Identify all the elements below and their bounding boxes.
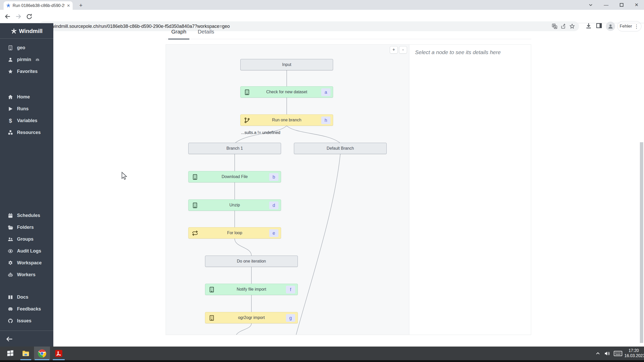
flow-panel: + - Input Check for new dataset a Run on… xyxy=(166,44,531,335)
tab-title: Run 0186eb38-c86b-d590-290e- xyxy=(13,3,65,8)
sidebar-item-docs[interactable]: Docs xyxy=(0,291,53,303)
new-tab-button[interactable]: + xyxy=(77,2,84,9)
window-maximize-button[interactable] xyxy=(614,0,629,10)
windmill-sidebar: Windmill geo pirmin Favorites xyxy=(0,23,53,347)
file-explorer-taskbar-icon[interactable] xyxy=(20,347,32,360)
sidebar-divider xyxy=(0,331,53,331)
sidebar-item-favorites[interactable]: Favorites xyxy=(0,65,53,77)
node-label: Download File xyxy=(222,174,248,179)
building-icon xyxy=(192,174,198,180)
details-placeholder-text: Select a node to see its details here xyxy=(415,49,501,55)
share-icon[interactable] xyxy=(561,23,566,29)
sidebar-item-label: Favorites xyxy=(17,69,38,74)
profile-avatar[interactable] xyxy=(606,22,615,31)
tab-details[interactable]: Details xyxy=(193,29,219,39)
sidebar-item-user-pirmin[interactable]: pirmin xyxy=(0,54,53,65)
tab-graph[interactable]: Graph xyxy=(167,29,191,39)
flow-graph-canvas[interactable]: + - Input Check for new dataset a Run on… xyxy=(166,45,409,335)
dollar-icon: $ xyxy=(8,118,13,123)
sidebar-item-runs[interactable]: Runs xyxy=(0,103,53,115)
screen-bottom-edge xyxy=(0,360,644,362)
node-badge: e xyxy=(269,229,278,237)
superadmin-crown-icon xyxy=(36,58,39,62)
profile-name: Fehler xyxy=(620,24,632,29)
flow-node-default-branch[interactable]: Default Branch xyxy=(294,143,387,154)
screen: { "colors": { "sidebar_bg": "#363e4a", "… xyxy=(0,0,644,362)
play-icon xyxy=(8,106,13,112)
sidebar-divider xyxy=(0,38,53,39)
bookmark-star-icon[interactable] xyxy=(569,23,575,29)
node-label: Notify file import xyxy=(237,287,266,292)
browser-toolbar: windmill.sourcepole.ch/run/0186eb38-c86b… xyxy=(0,10,644,23)
windmill-brand[interactable]: Windmill xyxy=(0,28,53,35)
browser-menu-icon[interactable]: ⋮ xyxy=(634,23,639,29)
flow-node-notify-file-import[interactable]: Notify file import f xyxy=(205,284,298,295)
sidebar-item-label: geo xyxy=(17,45,25,50)
sidebar-item-resources[interactable]: Resources xyxy=(0,127,53,138)
sidebar-item-label: Audit Logs xyxy=(17,248,41,254)
flow-node-download-file[interactable]: Download File b xyxy=(188,171,281,182)
flow-node-ogr2ogr-import[interactable]: ogr2ogr import g xyxy=(205,312,298,323)
robot-icon xyxy=(8,272,13,277)
page-scrollbar[interactable] xyxy=(640,142,643,343)
boxes-icon xyxy=(8,130,13,135)
collapse-sidebar-arrow[interactable] xyxy=(6,335,14,343)
forward-button[interactable] xyxy=(14,13,22,20)
flow-node-for-loop[interactable]: For loop e xyxy=(188,227,281,239)
zoom-in-button[interactable]: + xyxy=(390,46,398,54)
flow-node-run-one-branch[interactable]: Run one branch h xyxy=(240,114,333,126)
tab-list-chevron-icon[interactable] xyxy=(583,0,598,10)
downloads-icon[interactable] xyxy=(585,22,592,30)
node-label: For loop xyxy=(227,231,242,235)
sidebar-item-label: pirmin xyxy=(17,57,31,62)
sidebar-item-label: Schedules xyxy=(17,213,40,218)
flow-node-branch-1[interactable]: Branch 1 xyxy=(188,143,281,154)
acrobat-taskbar-icon[interactable] xyxy=(52,347,65,360)
tray-hidden-icons-chevron[interactable] xyxy=(594,347,602,360)
node-label: Check for new dataset xyxy=(266,90,307,94)
touch-keyboard-icon[interactable] xyxy=(613,347,623,360)
back-button[interactable] xyxy=(4,13,12,20)
volume-icon[interactable] xyxy=(603,347,612,360)
start-button[interactable] xyxy=(4,347,16,360)
profile-chip[interactable]: Fehler ⋮ xyxy=(617,21,641,31)
sidebar-item-feedbacks[interactable]: Feedbacks xyxy=(0,303,53,315)
flow-node-do-one-iteration[interactable]: Do one iteration xyxy=(205,256,298,267)
windmill-favicon-icon xyxy=(6,3,11,8)
building-icon xyxy=(209,315,215,321)
sidebar-item-variables[interactable]: $ Variables xyxy=(0,115,53,127)
side-panel-icon[interactable] xyxy=(596,22,603,30)
taskbar-clock[interactable]: 17:20 16.03.2023 xyxy=(624,348,643,358)
building-icon xyxy=(192,202,198,208)
node-badge: f xyxy=(286,286,295,293)
sidebar-item-workspace-settings[interactable]: Workspace xyxy=(0,257,53,269)
browser-tab[interactable]: Run 0186eb38-c86b-d590-290e- ✕ xyxy=(4,1,73,10)
sidebar-item-folders[interactable]: Folders xyxy=(0,221,53,233)
node-badge: h xyxy=(321,116,331,124)
sidebar-item-label: Docs xyxy=(17,294,28,300)
flow-node-unzip[interactable]: Unzip d xyxy=(188,199,281,211)
sidebar-item-groups[interactable]: Groups xyxy=(0,233,53,245)
home-icon xyxy=(8,94,13,100)
flow-node-input[interactable]: Input xyxy=(240,59,333,70)
node-label: Input xyxy=(282,62,291,67)
sidebar-item-label: Variables xyxy=(17,118,37,123)
sidebar-item-label: Workers xyxy=(17,272,36,277)
sidebar-item-issues[interactable]: Issues xyxy=(0,315,53,327)
sidebar-item-workspace-geo[interactable]: geo xyxy=(0,42,53,54)
node-badge: d xyxy=(269,201,278,209)
window-close-button[interactable]: ✕ xyxy=(629,0,644,10)
sidebar-item-home[interactable]: Home xyxy=(0,91,53,103)
sidebar-item-workers[interactable]: Workers xyxy=(0,269,53,281)
node-badge: g xyxy=(286,314,295,322)
chrome-taskbar-icon[interactable] xyxy=(34,347,50,360)
tab-close-icon[interactable]: ✕ xyxy=(67,3,70,8)
sidebar-item-audit-logs[interactable]: Audit Logs xyxy=(0,245,53,257)
git-branch-icon xyxy=(244,117,250,123)
reload-button[interactable] xyxy=(25,13,33,20)
zoom-out-button[interactable]: - xyxy=(399,46,407,54)
flow-node-check-for-new-dataset[interactable]: Check for new dataset a xyxy=(240,86,333,98)
sidebar-item-schedules[interactable]: Schedules xyxy=(0,209,53,221)
window-minimize-button[interactable]: — xyxy=(599,0,614,10)
translate-icon[interactable] xyxy=(552,23,557,29)
